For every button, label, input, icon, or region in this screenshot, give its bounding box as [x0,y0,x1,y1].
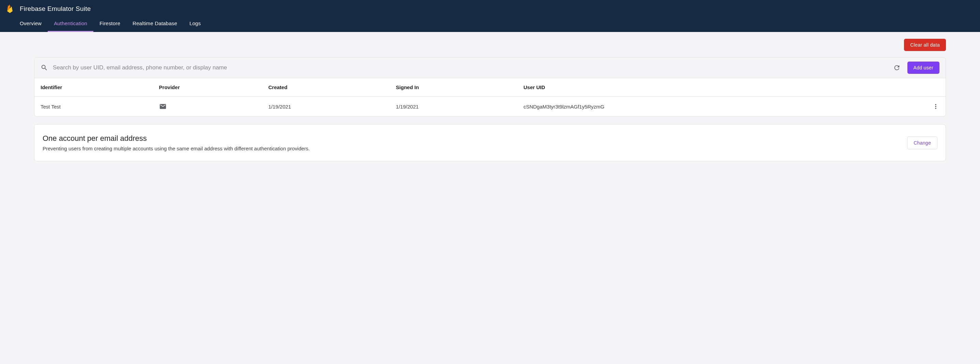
cell-created: 1/19/2021 [262,97,390,117]
more-vert-icon[interactable] [888,103,939,110]
settings-card: One account per email address Preventing… [34,124,946,161]
th-provider: Provider [153,78,262,97]
th-identifier: Identifier [34,78,153,97]
nav-firestore[interactable]: Firestore [93,16,126,32]
top-actions: Clear all data [34,39,946,51]
cell-identifier: Test Test [34,97,153,117]
nav-overview[interactable]: Overview [14,16,48,32]
header-top: Firebase Emulator Suite [0,0,980,16]
users-card: Add user Identifier Provider Created Sig… [34,57,946,117]
change-button[interactable]: Change [907,136,937,149]
search-bar: Add user [34,57,946,78]
cell-actions [882,97,946,117]
clear-all-data-button[interactable]: Clear all data [904,39,946,51]
cell-signed-in: 1/19/2021 [390,97,517,117]
email-provider-icon [159,103,256,110]
th-actions [882,78,946,97]
nav-authentication[interactable]: Authentication [48,16,93,32]
content-area: Clear all data Add user Identifier Provi… [0,32,980,175]
settings-title: One account per email address [43,134,310,143]
cell-provider [153,97,262,117]
search-input[interactable] [53,64,886,71]
settings-text: One account per email address Preventing… [43,134,310,151]
th-signed-in: Signed In [390,78,517,97]
app-header: Firebase Emulator Suite Overview Authent… [0,0,980,32]
nav-realtime-database[interactable]: Realtime Database [126,16,183,32]
firebase-logo-icon [6,5,14,13]
main-nav: Overview Authentication Firestore Realti… [0,16,980,32]
table-row[interactable]: Test Test 1/19/2021 1/19/2021 cSNDgaM3ty… [34,97,946,117]
app-title: Firebase Emulator Suite [20,5,91,13]
add-user-button[interactable]: Add user [907,62,939,74]
th-user-uid: User UID [517,78,882,97]
users-table: Identifier Provider Created Signed In Us… [34,78,946,116]
th-created: Created [262,78,390,97]
search-icon [41,64,48,71]
nav-logs[interactable]: Logs [183,16,207,32]
settings-description: Preventing users from creating multiple … [43,146,310,151]
refresh-icon[interactable] [891,62,903,73]
cell-user-uid: cSNDgaM3tyr3t9lzmAGf1y5RyzmG [517,97,882,117]
